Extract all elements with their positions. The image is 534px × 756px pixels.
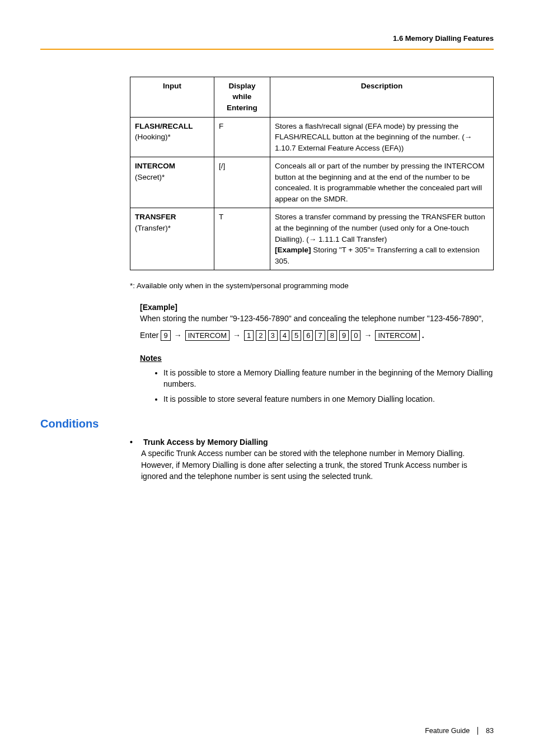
- footer-divider: [477, 727, 478, 735]
- display-cell: F: [214, 117, 270, 157]
- input-rest: (Secret)*: [135, 173, 165, 181]
- asterisk-note: *: Available only when in the system/per…: [130, 280, 494, 292]
- input-rest: (Transfer)*: [135, 224, 171, 232]
- key-digit: 9: [339, 330, 349, 341]
- arrow-icon: →: [174, 330, 182, 341]
- key-digit: 2: [256, 330, 265, 341]
- example-label: [Example]: [140, 302, 494, 313]
- input-rest: (Hooking)*: [135, 133, 171, 141]
- key-9: 9: [161, 330, 170, 341]
- display-cell: T: [214, 208, 270, 270]
- display-cell: [/]: [214, 157, 270, 208]
- example-block: [Example] When storing the number "9-123…: [140, 302, 494, 325]
- th-description: Description: [270, 77, 494, 117]
- key-digit: 1: [244, 330, 254, 341]
- key-digit: 5: [292, 330, 301, 341]
- table-row: FLASH/RECALL (Hooking)* F Stores a flash…: [130, 117, 494, 157]
- notes-heading: Notes: [140, 353, 494, 364]
- input-strong: FLASH/RECALL: [135, 122, 193, 130]
- key-digit: 4: [280, 330, 289, 341]
- table-row: INTERCOM (Secret)* [/] Conceals all or p…: [130, 157, 494, 208]
- key-intercom: INTERCOM: [375, 330, 419, 341]
- key-digit: 0: [351, 330, 360, 341]
- header-rule: [40, 49, 494, 50]
- key-digit: 3: [268, 330, 278, 341]
- enter-prefix: Enter: [140, 330, 158, 341]
- condition-title: Trunk Access by Memory Dialling: [143, 438, 268, 447]
- enter-line: Enter 9 → INTERCOM → 1 2 3 4 5 6 7 8 9 0…: [140, 330, 494, 341]
- section-heading: 1.6 Memory Dialling Features: [40, 34, 494, 44]
- list-item: It is possible to store several feature …: [163, 393, 494, 405]
- th-input: Input: [130, 77, 214, 117]
- conditions-heading: Conditions: [40, 416, 494, 432]
- example-text: When storing the number "9-123-456-7890"…: [140, 313, 494, 324]
- input-strong: TRANSFER: [135, 213, 176, 221]
- description-cell: Stores a flash/recall signal (EFA mode) …: [270, 117, 494, 157]
- condition-body: A specific Trunk Access number can be st…: [141, 449, 467, 481]
- conditions-list: Trunk Access by Memory Dialling A specif…: [40, 436, 494, 482]
- notes-list: It is possible to store a Memory Diallin…: [163, 367, 494, 405]
- description-cell: Stores a transfer command by pressing th…: [270, 208, 494, 270]
- arrow-icon: →: [233, 330, 241, 341]
- feature-table: Input Display while Entering Description…: [130, 77, 494, 270]
- enter-period: .: [422, 330, 424, 341]
- key-digit: 6: [303, 330, 313, 341]
- input-strong: INTERCOM: [135, 162, 175, 170]
- key-digit: 7: [315, 330, 325, 341]
- arrow-icon: →: [364, 330, 372, 341]
- list-item: It is possible to store a Memory Diallin…: [163, 367, 494, 390]
- page-footer: Feature Guide 83: [425, 726, 494, 736]
- footer-label: Feature Guide: [425, 726, 470, 736]
- footer-page: 83: [486, 726, 494, 736]
- table-row: TRANSFER (Transfer)* T Stores a transfer…: [130, 208, 494, 270]
- th-display: Display while Entering: [214, 77, 270, 117]
- description-cell: Conceals all or part of the number by pr…: [270, 157, 494, 208]
- key-intercom: INTERCOM: [185, 330, 229, 341]
- list-item: Trunk Access by Memory Dialling A specif…: [141, 436, 494, 482]
- key-digit: 8: [327, 330, 337, 341]
